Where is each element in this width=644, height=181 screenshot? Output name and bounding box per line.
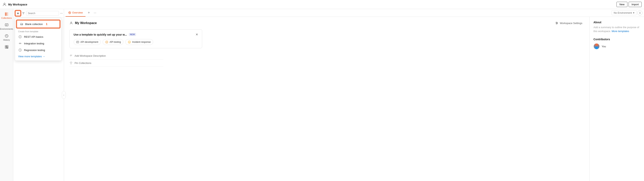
- pin-collections-label: Pin Collections: [74, 62, 91, 65]
- add-workspace-description-action[interactable]: Add Workspace Description: [70, 52, 163, 59]
- more-options-button[interactable]: ···: [60, 12, 63, 15]
- new-button[interactable]: New: [616, 2, 628, 7]
- overview-header: My Workspace Workspace Settings: [70, 21, 584, 26]
- add-tab-button[interactable]: +: [86, 10, 91, 16]
- template-option-incident[interactable]: Incident response: [125, 39, 153, 45]
- tab-overview-label: Overview: [72, 11, 83, 14]
- about-section: About Add a summary to outline the purpo…: [594, 21, 640, 33]
- user-icon: [2, 2, 7, 7]
- template-regression-label: Regression testing: [24, 49, 45, 52]
- template-integration[interactable]: Integration testing: [15, 40, 62, 47]
- filter-button[interactable]: [22, 11, 25, 16]
- incident-icon: [128, 41, 131, 44]
- collections-label: Collections: [1, 17, 12, 19]
- workspace-title: My Workspace: [8, 3, 27, 6]
- template-regression[interactable]: Regression testing: [15, 47, 62, 53]
- template-option-incident-label: Incident response: [132, 41, 151, 43]
- right-sidebar: About Add a summary to outline the purpo…: [589, 17, 644, 181]
- svg-rect-13: [5, 47, 6, 49]
- search-input[interactable]: [26, 11, 59, 16]
- template-card-title: Use a template to quickly set up your w.…: [74, 33, 127, 36]
- blank-collection-label: Blank collection: [25, 23, 43, 26]
- collections-panel: + ··· 🗂 Blank collection 1 Create from t…: [13, 9, 64, 181]
- overview-user-icon: [70, 21, 73, 25]
- template-rest-api[interactable]: REST API basics: [15, 34, 62, 40]
- svg-point-22: [20, 43, 21, 44]
- header-actions: New Import: [616, 2, 642, 7]
- template-card: Use a template to quickly set up your w.…: [70, 29, 202, 48]
- top-header: My Workspace New Import: [0, 0, 644, 9]
- svg-point-33: [556, 24, 557, 24]
- template-option-api-test-label: API testing: [110, 41, 121, 43]
- overview-main: My Workspace Workspace Settings Use a te…: [64, 17, 589, 181]
- workspace-settings-button[interactable]: Workspace Settings: [554, 21, 584, 26]
- api-dev-icon: [76, 41, 79, 44]
- svg-rect-34: [76, 41, 79, 43]
- tab-bar: Overview + ··· No Environment ▾ ℹ: [64, 9, 644, 17]
- more-templates-link[interactable]: More templates: [612, 30, 629, 33]
- create-from-template-label: Create from template: [15, 29, 62, 34]
- contributor-item: You: [594, 42, 640, 50]
- contributor-avatar: [594, 43, 600, 50]
- svg-rect-7: [5, 24, 8, 26]
- close-template-card-button[interactable]: ✕: [196, 33, 198, 36]
- add-workspace-description-label: Add Workspace Description: [74, 54, 106, 57]
- sidebar-item-environments[interactable]: Environments: [1, 22, 12, 32]
- template-card-header: Use a template to quickly set up your w.…: [74, 33, 198, 36]
- template-option-api-dev-label: API development: [80, 41, 98, 43]
- template-option-api-dev[interactable]: API development: [74, 39, 101, 45]
- svg-point-31: [556, 22, 556, 23]
- filter-icon: [22, 12, 25, 15]
- icon-sidebar: Collections Environments History: [0, 9, 13, 181]
- pin-collections-action[interactable]: Pin Collections: [70, 59, 163, 67]
- new-badge: NEW: [129, 33, 136, 36]
- import-button[interactable]: Import: [628, 2, 642, 7]
- main-content: Overview + ··· No Environment ▾ ℹ My Wor…: [64, 9, 644, 181]
- sidebar-item-mock-servers[interactable]: [1, 43, 12, 50]
- workspace-settings-label: Workspace Settings: [560, 22, 582, 25]
- settings-sliders-icon: [555, 22, 558, 25]
- svg-rect-11: [5, 46, 6, 47]
- sidebar-item-collections[interactable]: Collections: [1, 11, 12, 21]
- pin-icon: [70, 61, 72, 65]
- about-text: Add a summary to outline the purpose of …: [594, 26, 640, 33]
- template-options: API development API testing: [74, 39, 198, 45]
- mock-servers-icon: [5, 45, 8, 49]
- template-integration-label: Integration testing: [24, 42, 44, 45]
- main-layout: Collections Environments History: [0, 9, 644, 181]
- integration-icon: [18, 42, 22, 45]
- workspace-name-header: My Workspace: [2, 2, 615, 7]
- add-collection-button[interactable]: +: [15, 11, 21, 16]
- env-selector-label: No Environment: [614, 11, 632, 14]
- contributors-section: Contributors You: [594, 38, 640, 50]
- blank-collection-item[interactable]: 🗂 Blank collection 1: [16, 20, 60, 28]
- overview-workspace-name: My Workspace: [75, 21, 97, 25]
- svg-point-21: [19, 43, 20, 44]
- collapse-panel-button[interactable]: ›: [62, 91, 66, 99]
- view-more-templates-link[interactable]: View more templates →: [15, 53, 62, 59]
- template-option-api-test[interactable]: API testing: [103, 39, 123, 45]
- regression-icon: [18, 48, 22, 52]
- rest-api-icon: [18, 35, 22, 39]
- env-selector[interactable]: No Environment ▾: [612, 10, 636, 15]
- tab-more-button[interactable]: ···: [92, 10, 98, 16]
- collections-toolbar: + ···: [13, 9, 64, 18]
- template-rest-api-label: REST API basics: [24, 35, 43, 38]
- badge-number: 1: [46, 23, 48, 26]
- svg-point-27: [71, 22, 72, 23]
- api-test-icon: [105, 41, 108, 44]
- workspace-overview: My Workspace Workspace Settings Use a te…: [64, 17, 644, 181]
- chevron-down-icon: ▾: [633, 11, 634, 14]
- svg-rect-12: [7, 46, 8, 47]
- about-title: About: [594, 21, 640, 24]
- contributor-name: You: [602, 45, 606, 48]
- overview-tab-icon: [68, 11, 71, 14]
- dropdown-menu: 🗂 Blank collection 1 Create from templat…: [15, 18, 62, 61]
- tab-overview[interactable]: Overview: [66, 9, 86, 17]
- info-button[interactable]: ℹ: [637, 10, 642, 16]
- blank-collection-icon: 🗂: [20, 22, 23, 26]
- history-label: History: [3, 39, 10, 41]
- svg-rect-2: [5, 14, 6, 15]
- collections-icon: [5, 12, 8, 16]
- sidebar-item-history[interactable]: History: [1, 33, 12, 43]
